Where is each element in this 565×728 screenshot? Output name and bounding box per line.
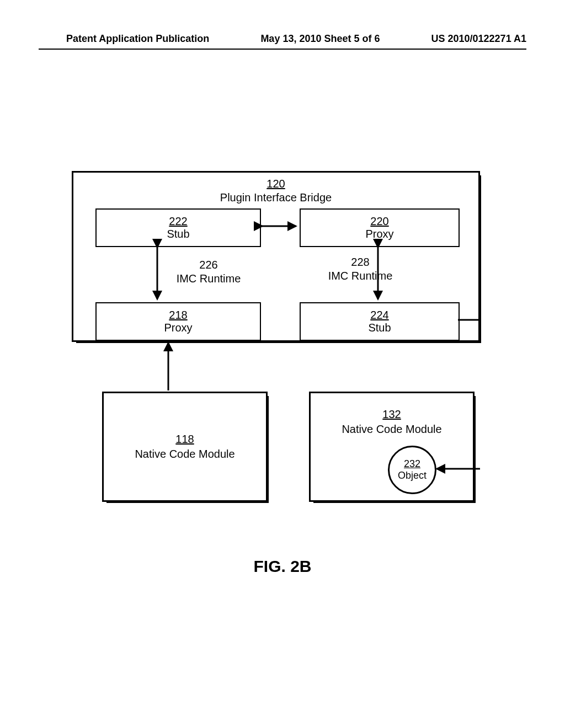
box-218-num: 218 [169, 309, 187, 322]
box-stub-222: 222 Stub [95, 208, 261, 247]
box-222-label: Stub [167, 228, 189, 240]
ncm-132-label: Native Code Module [342, 423, 441, 435]
box-222-num: 222 [169, 215, 187, 228]
header-right: US 2010/0122271 A1 [431, 33, 526, 45]
imc-228-label: 228 IMC Runtime [316, 255, 404, 283]
object-label: Object [398, 470, 427, 481]
header-center: May 13, 2010 Sheet 5 of 6 [260, 33, 380, 45]
ncm-132-text: 132 Native Code Module [311, 407, 473, 437]
object-num: 232 [404, 458, 420, 470]
diagram: 120 Plugin Interface Bridge 222 Stub 220… [72, 171, 480, 524]
object-232: 232 Object [388, 446, 436, 494]
box-proxy-220: 220 Proxy [300, 208, 460, 247]
box-220-label: Proxy [365, 228, 393, 240]
header-rule [39, 49, 526, 50]
figure-label: FIG. 2B [0, 557, 565, 576]
box-224-num: 224 [370, 309, 388, 322]
box-224-label: Stub [368, 322, 391, 334]
bridge-num: 120 [266, 178, 285, 190]
bridge-label: Plugin Interface Bridge [220, 191, 332, 204]
imc-226-text: IMC Runtime [177, 272, 241, 285]
imc-228-num: 228 [351, 256, 369, 268]
ncm-132-num: 132 [382, 408, 401, 420]
imc-226-num: 226 [199, 259, 217, 271]
ncm-118-text: 118 Native Code Module [104, 432, 266, 462]
header: Patent Application Publication May 13, 2… [0, 33, 565, 45]
ncm-118-num: 118 [175, 433, 194, 445]
bridge-title: 120 Plugin Interface Bridge [73, 177, 478, 205]
native-code-module-118: 118 Native Code Module [102, 392, 268, 502]
box-218-label: Proxy [164, 322, 192, 334]
box-stub-224: 224 Stub [300, 302, 460, 341]
plugin-interface-bridge: 120 Plugin Interface Bridge 222 Stub 220… [72, 171, 480, 342]
ncm-118-label: Native Code Module [135, 448, 234, 460]
imc-226-label: 226 IMC Runtime [164, 258, 253, 286]
header-left: Patent Application Publication [66, 33, 209, 45]
box-220-num: 220 [370, 215, 388, 228]
imc-228-text: IMC Runtime [328, 270, 393, 282]
native-code-module-132: 132 Native Code Module 232 Object [309, 392, 475, 502]
box-proxy-218: 218 Proxy [95, 302, 261, 341]
